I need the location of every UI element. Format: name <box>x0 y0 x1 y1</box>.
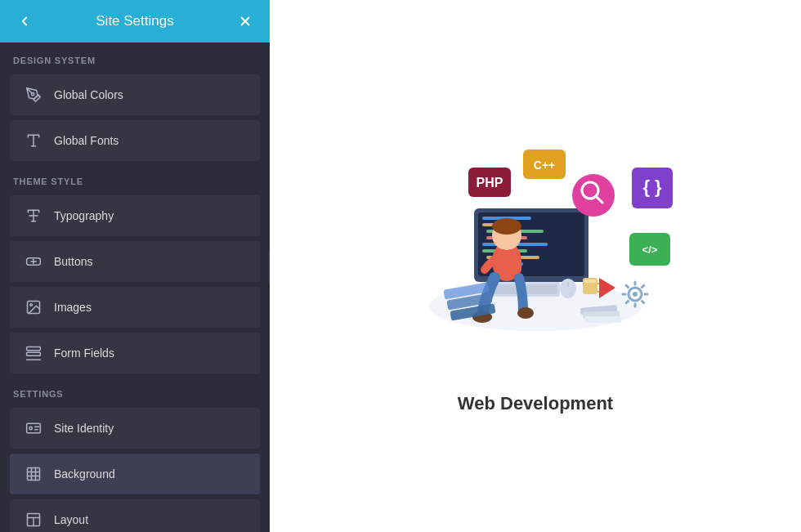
svg-point-10 <box>30 304 33 306</box>
main-content: PHP C++ { } </> <box>270 0 801 532</box>
heading-icon <box>25 207 43 225</box>
images-label: Images <box>54 301 92 314</box>
svg-rect-11 <box>27 347 41 351</box>
svg-rect-75 <box>584 316 621 323</box>
svg-line-68 <box>626 285 628 287</box>
sidebar-header: Site Settings <box>0 0 270 42</box>
section-label-design-system: DESIGN SYSTEM <box>0 42 270 72</box>
sidebar-item-form-fields[interactable]: Form Fields <box>10 333 260 373</box>
illustration-title: Web Development <box>458 393 613 414</box>
image-icon <box>25 298 43 316</box>
svg-line-70 <box>626 301 628 302</box>
brush-icon <box>25 86 43 104</box>
svg-rect-12 <box>27 352 41 355</box>
sidebar-item-images[interactable]: Images <box>10 287 260 328</box>
layout-label: Layout <box>54 513 88 526</box>
global-colors-label: Global Colors <box>54 88 123 101</box>
button-icon <box>25 253 43 270</box>
svg-text:PHP: PHP <box>477 176 503 190</box>
sidebar: Site Settings DESIGN SYSTEM Global Color… <box>0 0 270 532</box>
section-label-theme-style: THEME STYLE <box>0 163 270 193</box>
global-fonts-label: Global Fonts <box>54 134 119 147</box>
svg-rect-55 <box>572 174 615 217</box>
collapse-handle[interactable] <box>268 250 270 283</box>
svg-text:{ }: { } <box>642 177 662 197</box>
identity-icon <box>25 419 43 437</box>
form-icon <box>25 344 43 362</box>
svg-point-48 <box>492 218 521 235</box>
typography-label: Typography <box>54 209 114 222</box>
svg-point-2 <box>32 93 34 96</box>
svg-point-50 <box>517 307 534 319</box>
illustration-container: PHP C++ { } </> <box>396 118 674 414</box>
back-button[interactable] <box>13 10 36 33</box>
svg-line-71 <box>642 285 644 287</box>
svg-rect-45 <box>584 279 596 283</box>
sidebar-item-global-fonts[interactable]: Global Fonts <box>10 120 260 161</box>
font-icon <box>25 132 43 150</box>
sidebar-item-site-identity[interactable]: Site Identity <box>10 408 260 449</box>
web-development-illustration: PHP C++ { } </> <box>396 118 674 380</box>
svg-line-69 <box>642 301 644 302</box>
svg-text:</>: </> <box>642 244 658 256</box>
sidebar-item-global-colors[interactable]: Global Colors <box>10 74 260 115</box>
sidebar-item-background[interactable]: Background <box>10 454 260 494</box>
svg-point-42 <box>560 279 576 298</box>
close-button[interactable] <box>234 10 257 33</box>
buttons-label: Buttons <box>54 255 92 268</box>
sidebar-item-layout[interactable]: Layout <box>10 499 260 532</box>
svg-rect-14 <box>27 423 41 433</box>
layout-icon <box>25 511 43 529</box>
sidebar-item-typography[interactable]: Typography <box>10 195 260 236</box>
section-label-settings: SETTINGS <box>0 376 270 405</box>
background-label: Background <box>54 467 115 481</box>
sidebar-title: Site Settings <box>36 13 234 29</box>
sidebar-item-buttons[interactable]: Buttons <box>10 241 260 282</box>
svg-point-63 <box>633 292 638 297</box>
svg-point-15 <box>29 427 32 429</box>
background-icon <box>25 465 43 483</box>
svg-text:C++: C++ <box>534 159 555 172</box>
site-identity-label: Site Identity <box>54 422 114 435</box>
svg-rect-18 <box>28 468 40 481</box>
form-fields-label: Form Fields <box>54 346 114 360</box>
